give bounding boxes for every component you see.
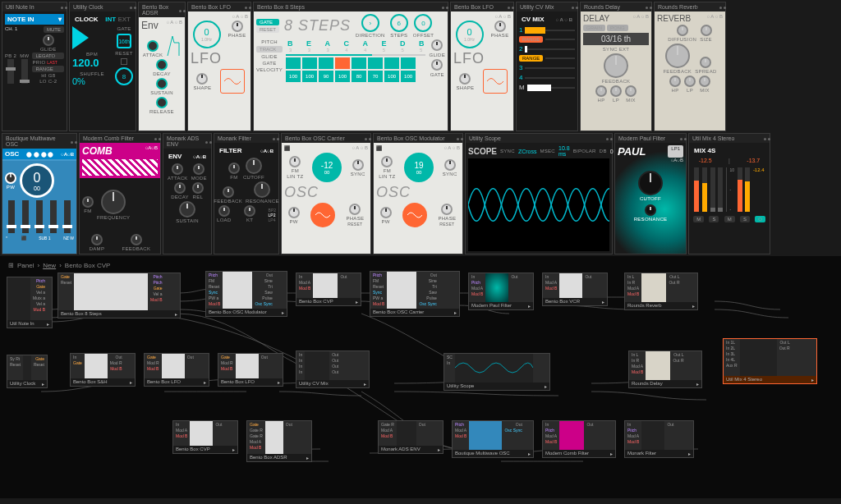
node-vcr[interactable]: InMod AMod BOut Bento Box VCR▸ bbox=[542, 273, 608, 306]
module-mix4s: Util Mix 4 Stereo MIX 4S -12.5 | -13.7 1… bbox=[688, 133, 770, 254]
node-lfo2[interactable]: GateMod RMod BOut Bento Box LFO▸ bbox=[218, 353, 283, 387]
node-cvp2[interactable]: InMod AMod BOut Bento Box CVP▸ bbox=[172, 420, 238, 454]
scope-display bbox=[468, 158, 609, 251]
steps-knob[interactable]: 6 bbox=[390, 14, 408, 32]
module-scope: Utility Scope SCOPE SYNCZCross mSec10.8 … bbox=[465, 133, 613, 254]
node-mwosc[interactable]: PitchMod AMod BOutOsc Sync Boutique Mult… bbox=[452, 420, 534, 458]
bpm-value[interactable]: 120.0 bbox=[72, 57, 112, 69]
crumb-current[interactable]: Bento Box CVP bbox=[65, 262, 111, 269]
node-adsr[interactable]: GateGate RGate RMod AMod BOut Bento Box … bbox=[246, 420, 312, 462]
decay-knob[interactable] bbox=[156, 59, 168, 71]
node-mix4s[interactable]: In 1LIn 2LIn 3LIn 4LAux ROut LOut R Util… bbox=[723, 338, 817, 384]
node-osc-mod[interactable]: PitchFMResetSyncPW aMod BOutSineTriSawPu… bbox=[205, 271, 287, 317]
int-button[interactable]: INT bbox=[105, 16, 116, 23]
node-adsenv[interactable]: Gate RMod AMod BOut Monark ADS ENV▸ bbox=[378, 420, 443, 454]
gate-button[interactable]: GATE bbox=[256, 19, 279, 25]
module-cvmix: Utility CV Mix CV MIX○ A ○ B 1 RANGE 2 R… bbox=[516, 2, 578, 131]
mute-button[interactable]: MUTE bbox=[44, 26, 64, 33]
gate-div[interactable]: 16th bbox=[118, 39, 130, 44]
filter-mode[interactable]: LP1 bbox=[668, 145, 683, 158]
module-lfo2: Bento Box LFO ○ A ○ B 01.0Hz PHASE LFO S… bbox=[450, 2, 514, 131]
phase-knob[interactable] bbox=[494, 21, 506, 32]
offset-knob[interactable]: 0 bbox=[414, 14, 432, 32]
header-dots-icon[interactable] bbox=[177, 7, 182, 13]
module-reverb: Rounds Reverb REVERB○ A ○ B DIFFUSION SI… bbox=[654, 2, 726, 131]
delay-time[interactable]: 03/16 th bbox=[583, 33, 649, 45]
header-dots-icon[interactable] bbox=[58, 4, 63, 10]
shape-knob[interactable] bbox=[196, 73, 208, 85]
module-note-in: Util Note In NOTE IN▾ CH. 1MUTE PB 2 MW … bbox=[2, 2, 67, 131]
glide-knob[interactable] bbox=[43, 34, 54, 46]
grain-button[interactable]: GRAIN bbox=[583, 25, 605, 31]
crumb-panel[interactable]: Panel bbox=[17, 262, 34, 269]
patch-graph[interactable]: ⊞ Panel› New› Bento Box CVP bbox=[0, 256, 841, 498]
title: NOTE IN bbox=[7, 16, 34, 23]
node-osc-carrier[interactable]: PitchFMResetSyncPW aMod BOutSineTriSawPu… bbox=[370, 271, 460, 317]
node-clock[interactable]: Sy RtResetGateReset Utility Clock▸ bbox=[7, 355, 48, 388]
attack-knob[interactable] bbox=[147, 40, 159, 52]
module-clock: Utility Clock CLOCKINT EXT BPM120.0 SHUF… bbox=[69, 2, 136, 131]
range-button[interactable]: RANGE bbox=[32, 66, 64, 72]
shape-knob[interactable] bbox=[459, 73, 471, 85]
env-shape-icon bbox=[166, 33, 181, 57]
module-comb: Modern Comb Filter COMB○A○B FM FREQUENCY… bbox=[79, 133, 161, 254]
node-mfilter[interactable]: InPitchMod AMod BOut Monark Filter▸ bbox=[624, 420, 694, 458]
node-sah[interactable]: InGateOutMod RMod B Bento Box S&H▸ bbox=[70, 353, 136, 387]
header-dots-icon[interactable] bbox=[127, 4, 132, 10]
node-lfo1[interactable]: GateMod RMod BOut Bento Box LFO▸ bbox=[144, 353, 209, 387]
play-button[interactable] bbox=[72, 26, 89, 49]
release-knob[interactable] bbox=[156, 97, 168, 108]
module-adsenv: Monark ADS ENV ENV○A○B ATTACKMODE DECAYR… bbox=[163, 133, 212, 254]
cutoff-knob[interactable] bbox=[638, 171, 663, 195]
node-reverb[interactable]: In LIn RMod AMod BOut LOut R Rounds Reve… bbox=[624, 273, 698, 310]
node-paul[interactable]: InPitchMod AMod BOut Modern Paul Filter▸ bbox=[468, 273, 534, 310]
frequency-knob[interactable] bbox=[101, 190, 126, 214]
header: Util Note In bbox=[6, 4, 34, 10]
node-delay[interactable]: In LIn RMod AMod BOut LOut R Rounds Dela… bbox=[628, 351, 702, 388]
sustain-knob[interactable] bbox=[156, 78, 168, 89]
feedback-knob[interactable] bbox=[665, 44, 690, 68]
glide-knob[interactable] bbox=[431, 39, 443, 51]
node-cvp1[interactable]: InMod AMod BOut Bento Box CVP▸ bbox=[296, 273, 361, 306]
range-button[interactable]: RANGE bbox=[519, 55, 543, 62]
phase-knob[interactable] bbox=[232, 21, 243, 32]
module-mwosc: Boutique Multiwave OSC OSC⬤ ⬤ ⬤ ⬤○A○B PW… bbox=[2, 133, 77, 254]
module-paul: Modern Paul Filter PAULLP1 ○A○B CUTOFF R… bbox=[614, 133, 687, 254]
node-cvmix[interactable]: InInInInOutOutOutOut Utility CV Mix▸ bbox=[296, 351, 370, 388]
ext-button[interactable]: EXT bbox=[117, 16, 131, 23]
reset-button[interactable]: RESET bbox=[256, 26, 279, 33]
module-delay: Rounds Delay DELAY○ A ○ B GRAINPONG 03/1… bbox=[580, 2, 652, 131]
range-button[interactable]: RANGE bbox=[519, 36, 543, 43]
node-comb[interactable]: InPitchMod AMod BOut Modern Comb Filter▸ bbox=[542, 420, 616, 458]
pong-button[interactable]: PONG bbox=[607, 25, 628, 31]
module-8steps: Bento Box 8 Steps GATE RESET 8 STEPS ›DI… bbox=[253, 2, 448, 131]
reset-led bbox=[121, 58, 127, 65]
channel[interactable]: CH. 1 bbox=[5, 26, 17, 33]
shuffle-value[interactable]: 0% bbox=[72, 76, 112, 86]
module-mfilter: Monark Filter FILTER○A○B FMCUTOFF FEEDBA… bbox=[214, 133, 279, 254]
crumb-new[interactable]: New bbox=[43, 262, 56, 269]
dropdown-icon[interactable]: ▾ bbox=[58, 16, 62, 23]
module-lfo1: Bento Box LFO ○ A ○ B 01.0Hz PHASE LFO S… bbox=[187, 2, 251, 131]
node-note-in[interactable]: PitchGateVel aMutx aVel aMod B Util Note… bbox=[7, 277, 53, 328]
node-scope[interactable]: SCIn Utility Scope▸ bbox=[443, 353, 550, 391]
module-osc-carrier: Bento Box OSC Carrier ⬛○ A ○ B FMLIN TZ … bbox=[281, 133, 371, 254]
track-button[interactable]: TRACK bbox=[256, 46, 283, 53]
legato-button[interactable]: LEGATO bbox=[32, 53, 64, 59]
wave-display bbox=[220, 69, 245, 94]
breadcrumb: ⊞ Panel› New› Bento Box CVP bbox=[3, 259, 838, 272]
feedback-knob[interactable] bbox=[604, 53, 628, 78]
expand-icon[interactable]: ⊞ bbox=[8, 262, 14, 269]
module-osc-modulator: Bento Box OSC Modulator ⬛○ A ○ B FMLIN T… bbox=[373, 133, 463, 254]
gate-knob[interactable] bbox=[431, 59, 443, 71]
reset-count[interactable]: 8 bbox=[122, 73, 126, 80]
module-adsr: Bento Box ADSR Env○ A ○ B ATTACK DECAY S… bbox=[138, 2, 186, 131]
node-8steps[interactable]: GateResetPitchPitchGateVel aMod B Bento … bbox=[57, 273, 181, 318]
comb-pattern-icon bbox=[82, 159, 158, 176]
